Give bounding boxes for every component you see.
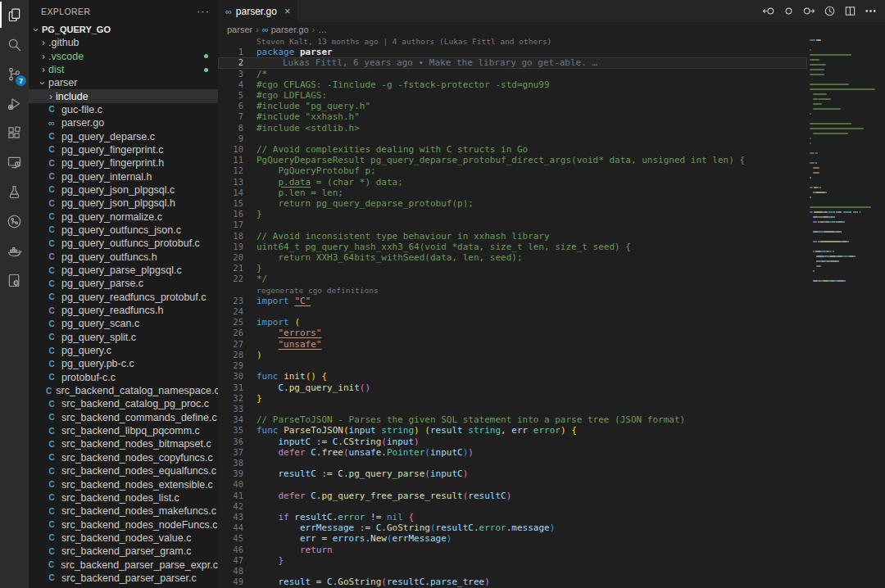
tree-file-pg-query-fingerprint-h[interactable]: Cpg_query_fingerprint.h xyxy=(29,156,218,170)
code-line-32[interactable]: 32} xyxy=(218,393,807,404)
code-line-46[interactable]: 46return xyxy=(218,545,807,555)
code-line-9[interactable]: 9 xyxy=(218,133,807,144)
tree-file-src-backend-nodes-value-c[interactable]: Csrc_backend_nodes_value.c xyxy=(29,531,218,545)
code-line-49[interactable]: 49result = C.GoString(resultC.parse_tree… xyxy=(218,577,807,587)
code-line-30[interactable]: 30func init() { xyxy=(218,371,807,382)
tree-file-pg-query-scan-c[interactable]: Cpg_query_scan.c xyxy=(29,317,218,330)
tree-file-pg-query-readfuncs-h[interactable]: Cpg_query_readfuncs.h xyxy=(29,304,218,317)
line-number[interactable]: 3 xyxy=(218,69,243,79)
tree-file-guc-file-c[interactable]: Cguc-file.c xyxy=(29,103,218,116)
run-and-debug-icon[interactable] xyxy=(0,88,29,118)
line-number[interactable]: 30 xyxy=(218,371,243,382)
tree-folder-parser[interactable]: ›parser xyxy=(29,76,218,89)
line-number[interactable]: 27 xyxy=(218,339,243,350)
line-number[interactable]: 21 xyxy=(218,263,243,274)
line-number[interactable]: 25 xyxy=(218,317,243,328)
line-number[interactable]: 4 xyxy=(218,79,243,90)
tree-file-pg-query-c[interactable]: Cpg_query.c xyxy=(29,344,218,357)
code-line-42[interactable]: 42 xyxy=(218,501,807,512)
gitlens-icon[interactable] xyxy=(0,206,29,236)
line-number[interactable]: 46 xyxy=(218,545,243,555)
code-line-10[interactable]: 10// Avoid complexities dealing with C s… xyxy=(218,144,807,155)
remote-explorer-icon[interactable] xyxy=(0,147,29,177)
code-line-38[interactable]: 38 xyxy=(218,458,807,468)
tab-parser-go[interactable]: ∞ parser.go × xyxy=(218,0,297,22)
tree-file-pg-query-split-c[interactable]: Cpg_query_split.c xyxy=(29,331,218,344)
code-line-11[interactable]: 11PgQueryDeparseResult pg_query_deparse_… xyxy=(218,155,807,165)
line-number[interactable]: 26 xyxy=(218,328,243,338)
line-number[interactable]: 24 xyxy=(218,306,243,317)
line-number[interactable]: 42 xyxy=(218,501,243,512)
tree-file-src-backend-nodes-equalfuncs-c[interactable]: Csrc_backend_nodes_equalfuncs.c xyxy=(29,464,218,477)
line-number[interactable]: 9 xyxy=(218,133,243,144)
line-number[interactable]: 37 xyxy=(218,447,243,458)
code-line-2[interactable]: 2Lukas Fittl, 6 years ago • Make the lib… xyxy=(218,57,807,68)
code-line-20[interactable]: 20return XXH3_64bits_withSeed(data, len,… xyxy=(218,252,807,263)
code-line-22[interactable]: 22*/ xyxy=(218,274,807,284)
tree-file-src-backend-nodes-list-c[interactable]: Csrc_backend_nodes_list.c xyxy=(29,491,218,504)
tree-file-src-backend-parser-gram-c[interactable]: Csrc_backend_parser_gram.c xyxy=(29,545,218,558)
code-line-44[interactable]: 44errMessage := C.GoString(resultC.error… xyxy=(218,522,807,533)
tree-file-pg-query-json-plpgsql-c[interactable]: Cpg_query_json_plpgsql.c xyxy=(29,183,218,197)
code-line-7[interactable]: 7#include "xxhash.h" xyxy=(218,111,807,122)
line-number[interactable]: 40 xyxy=(218,479,243,490)
tree-file-src-backend-libpq-pqcomm-c[interactable]: Csrc_backend_libpq_pqcomm.c xyxy=(29,424,218,437)
line-number[interactable]: 6 xyxy=(218,101,243,111)
code-line-29[interactable]: 29 xyxy=(218,360,807,371)
breadcrumb-item[interactable]: … xyxy=(318,25,327,34)
tree-folder--github[interactable]: ›.github xyxy=(29,36,218,49)
tree-file-pg-query-outfuncs-protobuf-c[interactable]: Cpg_query_outfuncs_protobuf.c xyxy=(29,237,218,250)
tree-folder-include[interactable]: ›include xyxy=(29,89,218,102)
line-number[interactable]: 17 xyxy=(218,219,243,230)
line-number[interactable]: 49 xyxy=(218,577,243,587)
line-number[interactable]: 31 xyxy=(218,382,243,393)
tree-file-protobuf-c-c[interactable]: Cprotobuf-c.c xyxy=(29,371,218,384)
code-line-21[interactable]: 21} xyxy=(218,263,807,274)
code-line-17[interactable]: 17 xyxy=(218,219,807,230)
close-icon[interactable]: × xyxy=(284,5,291,17)
tree-file-pg-query-parse-c[interactable]: Cpg_query_parse.c xyxy=(29,277,218,290)
code-line-25[interactable]: 25import ( xyxy=(218,317,807,328)
code-line-15[interactable]: 15return pg_query_deparse_protobuf(p); xyxy=(218,198,807,209)
tree-root-pg-query-go[interactable]: › PG_QUERY_GO xyxy=(29,22,218,36)
line-number[interactable]: 45 xyxy=(218,533,243,544)
line-number[interactable]: 11 xyxy=(218,155,243,165)
tree-file-pg-query-fingerprint-c[interactable]: Cpg_query_fingerprint.c xyxy=(29,143,218,156)
codelens-row[interactable]: Steven Kalt, 13 months ago | 4 authors (… xyxy=(218,36,807,47)
code-line-40[interactable]: 40 xyxy=(218,479,807,490)
line-number[interactable]: 7 xyxy=(218,111,243,122)
line-number[interactable]: 15 xyxy=(218,198,243,209)
code-line-19[interactable]: 19uint64_t pg_query_hash_xxh3_64(void *d… xyxy=(218,242,807,252)
line-number[interactable]: 16 xyxy=(218,209,243,219)
tree-file-src-backend-nodes-nodefuncs-c[interactable]: Csrc_backend_nodes_nodeFuncs.c xyxy=(29,518,218,531)
tree-file-pg-query-pb-c-c[interactable]: Cpg_query.pb-c.c xyxy=(29,357,218,370)
code-line-34[interactable]: 34// ParseToJSON - Parses the given SQL … xyxy=(218,414,807,425)
extensions-icon[interactable] xyxy=(0,118,29,147)
codelens-row[interactable]: regenerate cgo definitions xyxy=(218,285,807,296)
code-line-16[interactable]: 16} xyxy=(218,209,807,219)
code-line-23[interactable]: 23import "C" xyxy=(218,296,807,306)
line-number[interactable]: 36 xyxy=(218,436,243,447)
breadcrumb-item[interactable]: ∞parser.go xyxy=(262,25,309,34)
tree-file-pg-query-json-plpgsql-h[interactable]: Cpg_query_json_plpgsql.h xyxy=(29,197,218,210)
code-line-26[interactable]: 26"errors" xyxy=(218,328,807,338)
code-line-27[interactable]: 27"unsafe" xyxy=(218,339,807,350)
code-line-28[interactable]: 28) xyxy=(218,350,807,360)
tree-file-src-backend-catalog-namespace-c[interactable]: Csrc_backend_catalog_namespace.c xyxy=(29,384,218,397)
code-line-31[interactable]: 31C.pg_query_init() xyxy=(218,382,807,393)
code-line-48[interactable]: 48 xyxy=(218,566,807,577)
line-number[interactable]: 14 xyxy=(218,188,243,198)
testing-icon[interactable] xyxy=(0,177,29,206)
tree-file-pg-query-outfuncs-h[interactable]: Cpg_query_outfuncs.h xyxy=(29,251,218,264)
code-line-18[interactable]: 18// Avoid inconsistent type behaviour i… xyxy=(218,231,807,242)
explorer-icon[interactable] xyxy=(0,0,29,29)
line-number[interactable]: 12 xyxy=(218,165,243,176)
project-manager-icon[interactable] xyxy=(0,265,29,295)
tree-file-pg-query-normalize-c[interactable]: Cpg_query_normalize.c xyxy=(29,210,218,223)
tree-file-src-backend-nodes-makefuncs-c[interactable]: Csrc_backend_nodes_makefuncs.c xyxy=(29,504,218,518)
tree-file-parser-go[interactable]: ∞parser.go xyxy=(29,116,218,129)
code-line-6[interactable]: 6#include "pg_query.h" xyxy=(218,101,807,111)
line-number[interactable]: 38 xyxy=(218,458,243,468)
breadcrumb-item[interactable]: parser xyxy=(227,25,252,34)
tree-file-pg-query-parse-plpgsql-c[interactable]: Cpg_query_parse_plpgsql.c xyxy=(29,264,218,277)
